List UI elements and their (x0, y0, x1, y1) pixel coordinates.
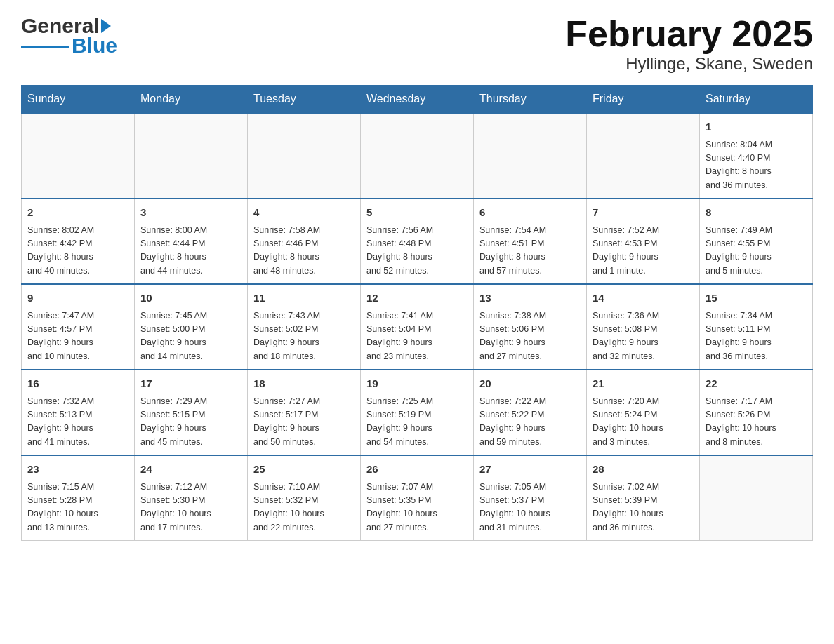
calendar-day-cell: 19Sunrise: 7:25 AMSunset: 5:19 PMDayligh… (361, 370, 474, 455)
logo-triangle-icon (101, 19, 111, 33)
day-number: 26 (366, 462, 468, 478)
day-info: Sunrise: 7:49 AMSunset: 4:55 PMDaylight:… (706, 224, 807, 279)
day-number: 3 (140, 205, 241, 221)
calendar-day-cell: 7Sunrise: 7:52 AMSunset: 4:53 PMDaylight… (587, 199, 700, 284)
logo-blue-bar (21, 46, 69, 48)
day-number: 7 (593, 205, 694, 221)
calendar-day-cell (587, 113, 700, 199)
calendar-week-row: 23Sunrise: 7:15 AMSunset: 5:28 PMDayligh… (22, 455, 813, 541)
header-wednesday: Wednesday (361, 86, 474, 114)
page-header: General Blue February 2025 Hyllinge, Ska… (21, 14, 813, 74)
calendar-day-cell: 16Sunrise: 7:32 AMSunset: 5:13 PMDayligh… (22, 370, 135, 455)
calendar-day-cell: 22Sunrise: 7:17 AMSunset: 5:26 PMDayligh… (700, 370, 813, 455)
day-info: Sunrise: 7:52 AMSunset: 4:53 PMDaylight:… (593, 224, 694, 279)
day-number: 28 (593, 462, 694, 478)
day-info: Sunrise: 7:56 AMSunset: 4:48 PMDaylight:… (366, 224, 468, 279)
day-info: Sunrise: 7:02 AMSunset: 5:39 PMDaylight:… (593, 481, 694, 535)
calendar-header: SundayMondayTuesdayWednesdayThursdayFrid… (22, 86, 813, 114)
day-number: 15 (706, 290, 807, 307)
day-info: Sunrise: 8:02 AMSunset: 4:42 PMDaylight:… (27, 224, 128, 279)
calendar-table: SundayMondayTuesdayWednesdayThursdayFrid… (21, 85, 813, 541)
calendar-body: 1Sunrise: 8:04 AMSunset: 4:40 PMDaylight… (22, 113, 813, 541)
calendar-title: February 2025 (565, 14, 813, 54)
calendar-day-cell: 17Sunrise: 7:29 AMSunset: 5:15 PMDayligh… (135, 370, 248, 455)
calendar-day-cell (474, 113, 587, 199)
header-tuesday: Tuesday (248, 86, 361, 114)
calendar-day-cell: 11Sunrise: 7:43 AMSunset: 5:02 PMDayligh… (248, 284, 361, 370)
calendar-day-cell: 20Sunrise: 7:22 AMSunset: 5:22 PMDayligh… (474, 370, 587, 455)
day-number: 19 (366, 376, 468, 392)
day-info: Sunrise: 7:29 AMSunset: 5:15 PMDaylight:… (140, 395, 241, 450)
day-info: Sunrise: 7:12 AMSunset: 5:30 PMDaylight:… (140, 481, 241, 535)
day-info: Sunrise: 7:45 AMSunset: 5:00 PMDaylight:… (140, 309, 241, 364)
day-info: Sunrise: 7:47 AMSunset: 4:57 PMDaylight:… (27, 309, 128, 364)
day-number: 2 (27, 205, 128, 221)
day-number: 5 (366, 205, 468, 221)
day-number: 20 (479, 376, 581, 392)
calendar-day-cell: 27Sunrise: 7:05 AMSunset: 5:37 PMDayligh… (474, 455, 587, 541)
day-info: Sunrise: 7:07 AMSunset: 5:35 PMDaylight:… (366, 481, 468, 535)
header-friday: Friday (587, 86, 700, 114)
calendar-day-cell: 8Sunrise: 7:49 AMSunset: 4:55 PMDaylight… (700, 199, 813, 284)
day-number: 22 (706, 376, 807, 392)
calendar-day-cell (700, 455, 813, 541)
day-number: 11 (253, 290, 355, 307)
calendar-day-cell: 15Sunrise: 7:34 AMSunset: 5:11 PMDayligh… (700, 284, 813, 370)
calendar-day-cell (248, 113, 361, 199)
day-number: 17 (140, 376, 241, 392)
day-number: 14 (593, 290, 694, 307)
calendar-day-cell: 12Sunrise: 7:41 AMSunset: 5:04 PMDayligh… (361, 284, 474, 370)
calendar-day-cell: 24Sunrise: 7:12 AMSunset: 5:30 PMDayligh… (135, 455, 248, 541)
header-saturday: Saturday (700, 86, 813, 114)
calendar-day-cell: 14Sunrise: 7:36 AMSunset: 5:08 PMDayligh… (587, 284, 700, 370)
day-number: 16 (27, 376, 128, 392)
day-number: 23 (27, 462, 128, 478)
calendar-week-row: 9Sunrise: 7:47 AMSunset: 4:57 PMDaylight… (22, 284, 813, 370)
calendar-day-cell: 6Sunrise: 7:54 AMSunset: 4:51 PMDaylight… (474, 199, 587, 284)
header-sunday: Sunday (22, 86, 135, 114)
calendar-week-row: 16Sunrise: 7:32 AMSunset: 5:13 PMDayligh… (22, 370, 813, 455)
calendar-subtitle: Hyllinge, Skane, Sweden (565, 54, 813, 74)
calendar-week-row: 2Sunrise: 8:02 AMSunset: 4:42 PMDaylight… (22, 199, 813, 284)
day-info: Sunrise: 7:34 AMSunset: 5:11 PMDaylight:… (706, 309, 807, 364)
calendar-day-cell (22, 113, 135, 199)
day-info: Sunrise: 7:58 AMSunset: 4:46 PMDaylight:… (253, 224, 355, 279)
calendar-week-row: 1Sunrise: 8:04 AMSunset: 4:40 PMDaylight… (22, 113, 813, 199)
day-number: 8 (706, 205, 807, 221)
logo: General Blue (21, 14, 117, 58)
calendar-day-cell: 5Sunrise: 7:56 AMSunset: 4:48 PMDaylight… (361, 199, 474, 284)
calendar-day-cell: 1Sunrise: 8:04 AMSunset: 4:40 PMDaylight… (700, 113, 813, 199)
calendar-day-cell: 28Sunrise: 7:02 AMSunset: 5:39 PMDayligh… (587, 455, 700, 541)
header-thursday: Thursday (474, 86, 587, 114)
calendar-day-cell: 18Sunrise: 7:27 AMSunset: 5:17 PMDayligh… (248, 370, 361, 455)
day-info: Sunrise: 7:20 AMSunset: 5:24 PMDaylight:… (593, 395, 694, 450)
day-number: 24 (140, 462, 241, 478)
day-number: 10 (140, 290, 241, 307)
day-number: 27 (479, 462, 581, 478)
day-info: Sunrise: 7:05 AMSunset: 5:37 PMDaylight:… (479, 481, 581, 535)
day-number: 1 (706, 119, 807, 135)
day-number: 21 (593, 376, 694, 392)
day-info: Sunrise: 7:22 AMSunset: 5:22 PMDaylight:… (479, 395, 581, 450)
day-info: Sunrise: 7:32 AMSunset: 5:13 PMDaylight:… (27, 395, 128, 450)
calendar-day-cell: 13Sunrise: 7:38 AMSunset: 5:06 PMDayligh… (474, 284, 587, 370)
calendar-day-cell: 21Sunrise: 7:20 AMSunset: 5:24 PMDayligh… (587, 370, 700, 455)
calendar-day-cell: 10Sunrise: 7:45 AMSunset: 5:00 PMDayligh… (135, 284, 248, 370)
day-number: 18 (253, 376, 355, 392)
day-headers-row: SundayMondayTuesdayWednesdayThursdayFrid… (22, 86, 813, 114)
calendar-day-cell (135, 113, 248, 199)
calendar-day-cell: 26Sunrise: 7:07 AMSunset: 5:35 PMDayligh… (361, 455, 474, 541)
day-number: 4 (253, 205, 355, 221)
day-info: Sunrise: 7:27 AMSunset: 5:17 PMDaylight:… (253, 395, 355, 450)
calendar-day-cell (361, 113, 474, 199)
calendar-title-block: February 2025 Hyllinge, Skane, Sweden (565, 14, 813, 74)
day-info: Sunrise: 8:04 AMSunset: 4:40 PMDaylight:… (706, 138, 807, 193)
day-info: Sunrise: 7:36 AMSunset: 5:08 PMDaylight:… (593, 309, 694, 364)
day-number: 6 (479, 205, 581, 221)
calendar-day-cell: 25Sunrise: 7:10 AMSunset: 5:32 PMDayligh… (248, 455, 361, 541)
day-info: Sunrise: 7:38 AMSunset: 5:06 PMDaylight:… (479, 309, 581, 364)
day-number: 25 (253, 462, 355, 478)
calendar-day-cell: 23Sunrise: 7:15 AMSunset: 5:28 PMDayligh… (22, 455, 135, 541)
day-info: Sunrise: 7:15 AMSunset: 5:28 PMDaylight:… (27, 481, 128, 535)
day-info: Sunrise: 7:41 AMSunset: 5:04 PMDaylight:… (366, 309, 468, 364)
